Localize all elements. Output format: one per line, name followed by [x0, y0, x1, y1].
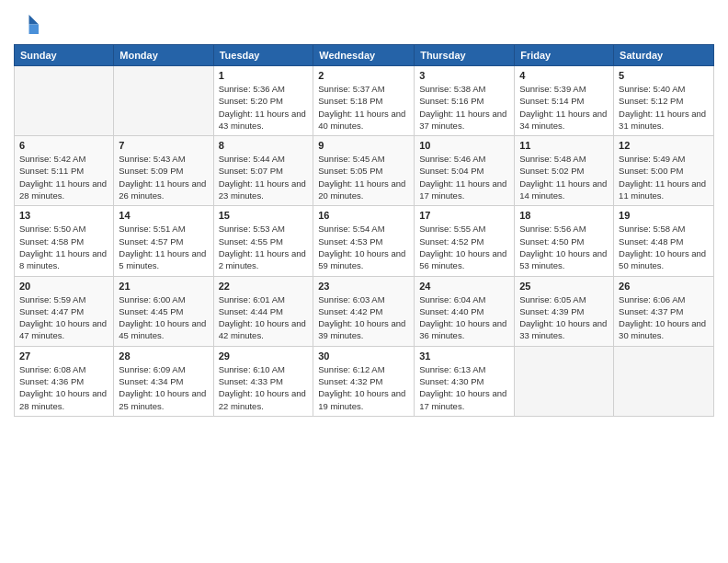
- calendar-cell: [614, 346, 714, 416]
- calendar-cell: 20Sunrise: 5:59 AM Sunset: 4:47 PM Dayli…: [15, 276, 114, 346]
- day-info: Sunrise: 5:37 AM Sunset: 5:18 PM Dayligh…: [318, 83, 409, 132]
- day-info: Sunrise: 5:43 AM Sunset: 5:09 PM Dayligh…: [119, 153, 208, 201]
- day-number: 22: [219, 281, 309, 292]
- calendar-cell: 7Sunrise: 5:43 AM Sunset: 5:09 PM Daylig…: [114, 136, 213, 206]
- day-number: 5: [619, 70, 709, 81]
- day-number: 3: [419, 70, 509, 81]
- day-number: 31: [419, 350, 509, 362]
- day-number: 16: [318, 210, 409, 221]
- page: SundayMondayTuesdayWednesdayThursdayFrid…: [0, 0, 728, 563]
- calendar-cell: 14Sunrise: 5:51 AM Sunset: 4:57 PM Dayli…: [114, 206, 213, 276]
- day-number: 23: [318, 281, 409, 292]
- day-info: Sunrise: 6:09 AM Sunset: 4:34 PM Dayligh…: [119, 363, 208, 412]
- day-info: Sunrise: 5:42 AM Sunset: 5:11 PM Dayligh…: [19, 153, 108, 201]
- calendar-cell: 27Sunrise: 6:08 AM Sunset: 4:36 PM Dayli…: [15, 346, 114, 416]
- day-number: 11: [519, 140, 609, 151]
- calendar-cell: 10Sunrise: 5:46 AM Sunset: 5:04 PM Dayli…: [415, 136, 515, 206]
- day-info: Sunrise: 5:51 AM Sunset: 4:57 PM Dayligh…: [119, 223, 208, 271]
- calendar-table: SundayMondayTuesdayWednesdayThursdayFrid…: [14, 44, 714, 417]
- day-number: 30: [318, 350, 409, 362]
- calendar-cell: 23Sunrise: 6:03 AM Sunset: 4:42 PM Dayli…: [313, 276, 415, 346]
- day-info: Sunrise: 5:54 AM Sunset: 4:53 PM Dayligh…: [318, 223, 409, 271]
- calendar-cell: 1Sunrise: 5:36 AM Sunset: 5:20 PM Daylig…: [213, 66, 313, 136]
- calendar-week-row: 1Sunrise: 5:36 AM Sunset: 5:20 PM Daylig…: [15, 66, 714, 136]
- day-info: Sunrise: 6:03 AM Sunset: 4:42 PM Dayligh…: [318, 293, 409, 342]
- day-number: 6: [19, 140, 108, 151]
- day-header-wednesday: Wednesday: [313, 45, 415, 66]
- day-info: Sunrise: 5:39 AM Sunset: 5:14 PM Dayligh…: [519, 83, 609, 132]
- calendar-cell: 12Sunrise: 5:49 AM Sunset: 5:00 PM Dayli…: [614, 136, 714, 206]
- calendar-week-row: 6Sunrise: 5:42 AM Sunset: 5:11 PM Daylig…: [15, 136, 714, 206]
- day-number: 21: [119, 281, 208, 292]
- day-number: 19: [619, 210, 709, 221]
- calendar-week-row: 20Sunrise: 5:59 AM Sunset: 4:47 PM Dayli…: [15, 276, 714, 346]
- calendar-cell: 30Sunrise: 6:12 AM Sunset: 4:32 PM Dayli…: [313, 346, 415, 416]
- day-number: 13: [19, 210, 108, 221]
- logo: [14, 9, 45, 37]
- day-info: Sunrise: 6:05 AM Sunset: 4:39 PM Dayligh…: [519, 293, 609, 342]
- day-number: 9: [318, 140, 409, 151]
- day-number: 2: [318, 70, 409, 81]
- calendar-cell: 29Sunrise: 6:10 AM Sunset: 4:33 PM Dayli…: [213, 346, 313, 416]
- day-info: Sunrise: 6:12 AM Sunset: 4:32 PM Dayligh…: [318, 363, 409, 412]
- calendar-cell: 6Sunrise: 5:42 AM Sunset: 5:11 PM Daylig…: [15, 136, 114, 206]
- calendar-cell: 28Sunrise: 6:09 AM Sunset: 4:34 PM Dayli…: [114, 346, 213, 416]
- day-info: Sunrise: 5:40 AM Sunset: 5:12 PM Dayligh…: [619, 83, 709, 132]
- calendar-cell: 24Sunrise: 6:04 AM Sunset: 4:40 PM Dayli…: [415, 276, 515, 346]
- calendar-cell: 19Sunrise: 5:58 AM Sunset: 4:48 PM Dayli…: [614, 206, 714, 276]
- day-header-thursday: Thursday: [415, 45, 515, 66]
- day-info: Sunrise: 6:10 AM Sunset: 4:33 PM Dayligh…: [219, 363, 309, 412]
- day-number: 24: [419, 281, 509, 292]
- day-number: 18: [519, 210, 609, 221]
- day-info: Sunrise: 5:59 AM Sunset: 4:47 PM Dayligh…: [19, 293, 108, 342]
- svg-marker-0: [29, 15, 40, 25]
- day-number: 14: [119, 210, 208, 221]
- calendar-header-row: SundayMondayTuesdayWednesdayThursdayFrid…: [15, 45, 714, 66]
- calendar-cell: 4Sunrise: 5:39 AM Sunset: 5:14 PM Daylig…: [515, 66, 614, 136]
- calendar-cell: 15Sunrise: 5:53 AM Sunset: 4:55 PM Dayli…: [213, 206, 313, 276]
- calendar-cell: 18Sunrise: 5:56 AM Sunset: 4:50 PM Dayli…: [515, 206, 614, 276]
- day-header-friday: Friday: [515, 45, 614, 66]
- calendar-cell: 17Sunrise: 5:55 AM Sunset: 4:52 PM Dayli…: [415, 206, 515, 276]
- day-number: 27: [19, 350, 108, 362]
- calendar-week-row: 27Sunrise: 6:08 AM Sunset: 4:36 PM Dayli…: [15, 346, 714, 416]
- header: [14, 9, 714, 37]
- day-info: Sunrise: 5:58 AM Sunset: 4:48 PM Dayligh…: [619, 223, 709, 271]
- day-number: 7: [119, 140, 208, 151]
- day-info: Sunrise: 6:06 AM Sunset: 4:37 PM Dayligh…: [619, 293, 709, 342]
- day-number: 17: [419, 210, 509, 221]
- day-info: Sunrise: 5:55 AM Sunset: 4:52 PM Dayligh…: [419, 223, 509, 271]
- day-info: Sunrise: 6:00 AM Sunset: 4:45 PM Dayligh…: [119, 293, 208, 342]
- day-number: 20: [19, 281, 108, 292]
- day-header-sunday: Sunday: [15, 45, 114, 66]
- day-number: 12: [619, 140, 709, 151]
- day-header-monday: Monday: [114, 45, 213, 66]
- day-number: 15: [219, 210, 309, 221]
- calendar-cell: 21Sunrise: 6:00 AM Sunset: 4:45 PM Dayli…: [114, 276, 213, 346]
- day-number: 29: [219, 350, 309, 362]
- calendar-cell: 26Sunrise: 6:06 AM Sunset: 4:37 PM Dayli…: [614, 276, 714, 346]
- day-header-saturday: Saturday: [614, 45, 714, 66]
- calendar-cell: 2Sunrise: 5:37 AM Sunset: 5:18 PM Daylig…: [313, 66, 415, 136]
- day-info: Sunrise: 5:56 AM Sunset: 4:50 PM Dayligh…: [519, 223, 609, 271]
- calendar-week-row: 13Sunrise: 5:50 AM Sunset: 4:58 PM Dayli…: [15, 206, 714, 276]
- day-info: Sunrise: 5:45 AM Sunset: 5:05 PM Dayligh…: [318, 153, 409, 201]
- day-number: 8: [219, 140, 309, 151]
- day-number: 10: [419, 140, 509, 151]
- day-info: Sunrise: 6:01 AM Sunset: 4:44 PM Dayligh…: [219, 293, 309, 342]
- day-number: 25: [519, 281, 609, 292]
- calendar-cell: 22Sunrise: 6:01 AM Sunset: 4:44 PM Dayli…: [213, 276, 313, 346]
- day-info: Sunrise: 6:13 AM Sunset: 4:30 PM Dayligh…: [419, 363, 509, 412]
- calendar-cell: 25Sunrise: 6:05 AM Sunset: 4:39 PM Dayli…: [515, 276, 614, 346]
- day-number: 26: [619, 281, 709, 292]
- day-info: Sunrise: 6:08 AM Sunset: 4:36 PM Dayligh…: [19, 363, 108, 412]
- day-info: Sunrise: 5:48 AM Sunset: 5:02 PM Dayligh…: [519, 153, 609, 201]
- calendar-cell: 3Sunrise: 5:38 AM Sunset: 5:16 PM Daylig…: [415, 66, 515, 136]
- day-number: 4: [519, 70, 609, 81]
- calendar-cell: 9Sunrise: 5:45 AM Sunset: 5:05 PM Daylig…: [313, 136, 415, 206]
- calendar-cell: 8Sunrise: 5:44 AM Sunset: 5:07 PM Daylig…: [213, 136, 313, 206]
- calendar-cell: 5Sunrise: 5:40 AM Sunset: 5:12 PM Daylig…: [614, 66, 714, 136]
- day-number: 1: [219, 70, 309, 81]
- day-info: Sunrise: 5:49 AM Sunset: 5:00 PM Dayligh…: [619, 153, 709, 201]
- day-info: Sunrise: 5:44 AM Sunset: 5:07 PM Dayligh…: [219, 153, 309, 201]
